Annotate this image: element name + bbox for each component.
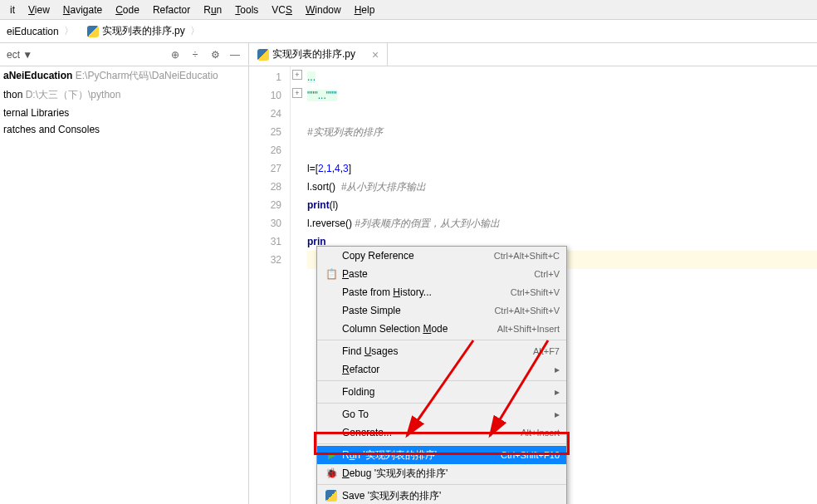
menu-separator — [317, 340, 566, 340]
submenu-arrow-icon: ▸ — [555, 364, 560, 375]
fold-gutter: + + — [291, 66, 307, 504]
menu-item-run[interactable]: ▶Run '实现列表的排序'Ctrl+Shift+F10 — [317, 446, 566, 464]
line-number: 32 — [249, 251, 281, 269]
menu-item-icon — [324, 490, 339, 502]
menu-item-debug[interactable]: 🐞Debug '实现列表的排序' — [317, 464, 566, 482]
menu-item-copy-reference[interactable]: Copy ReferenceCtrl+Alt+Shift+C — [317, 247, 566, 265]
menu-item-go-to[interactable]: Go To▸ — [317, 405, 566, 423]
menu-item-label: Paste Simple — [342, 305, 494, 316]
line-number: 26 — [249, 141, 281, 159]
line-number: 27 — [249, 159, 281, 178]
menu-item-icon: ▶ — [324, 449, 339, 461]
menu-item-label: Refactor — [342, 364, 551, 375]
menu-item-label: Column Selection Mode — [342, 323, 497, 335]
project-tool-label: ect ▼ — [7, 49, 32, 61]
tree-item[interactable]: ternal Libraries — [0, 105, 248, 121]
line-number: 31 — [249, 232, 281, 251]
menu-separator — [317, 484, 566, 485]
gear-icon[interactable]: ⚙ — [208, 48, 222, 61]
line-number: 1 — [249, 68, 281, 86]
breadcrumb: eiEducation 实现列表的排序.py — [0, 20, 817, 43]
menu-it[interactable]: it — [3, 2, 22, 17]
menu-separator — [317, 380, 566, 381]
menu-item-label: Find Usages — [342, 345, 533, 357]
menu-item-shortcut: Ctrl+Alt+Shift+C — [494, 251, 560, 261]
menu-item-paste-from-history[interactable]: Paste from History...Ctrl+Shift+V — [317, 283, 566, 301]
code-line: #实现列表的排序 — [307, 123, 817, 141]
code-line: print(l) — [307, 196, 817, 214]
line-number: 10 — [249, 86, 281, 105]
menubar: itViewNavigateCodeRefactorRunToolsVCSWin… — [0, 0, 817, 20]
menu-item-paste[interactable]: 📋PasteCtrl+V — [317, 265, 566, 283]
menu-item-find-usages[interactable]: Find UsagesAlt+F7 — [317, 342, 566, 360]
tree-item[interactable]: ratches and Consoles — [0, 121, 248, 138]
submenu-arrow-icon: ▸ — [555, 409, 560, 420]
menu-item-shortcut: Alt+Insert — [521, 428, 560, 438]
fold-marker[interactable]: + — [292, 70, 302, 80]
project-tool-icons: ⊕ ÷ ⚙ — — [169, 48, 242, 61]
menu-item-paste-simple[interactable]: Paste SimpleCtrl+Alt+Shift+V — [317, 301, 566, 320]
menu-item-label: Go To — [342, 409, 551, 420]
context-menu: Copy ReferenceCtrl+Alt+Shift+C📋PasteCtrl… — [316, 246, 567, 504]
menu-window[interactable]: Window — [299, 2, 348, 17]
line-number: 28 — [249, 178, 281, 196]
code-line: l=[2,1,4,3] — [307, 159, 817, 178]
menu-separator — [317, 403, 566, 404]
code-line: l.sort() #从小到大排序输出 — [307, 178, 817, 196]
tree-root[interactable]: aNeiEducation E:\PyCharm代码\DaNeiEducatio — [0, 66, 248, 86]
split-icon[interactable]: ÷ — [188, 48, 202, 61]
menu-item-refactor[interactable]: Refactor▸ — [317, 360, 566, 379]
menu-item-column-selection-mode[interactable]: Column Selection ModeAlt+Shift+Insert — [317, 320, 566, 338]
breadcrumb-project[interactable]: eiEducation — [0, 20, 81, 42]
menu-item-shortcut: Alt+F7 — [533, 346, 560, 356]
python-icon — [257, 49, 269, 61]
code-line: l.reverse() #列表顺序的倒置，从大到小输出 — [307, 214, 817, 232]
menu-separator — [317, 443, 566, 444]
menu-run[interactable]: Run — [197, 2, 228, 17]
breadcrumb-file[interactable]: 实现列表的排序.py — [81, 20, 207, 42]
menu-navigate[interactable]: Navigate — [56, 2, 109, 17]
tree-root-path: E:\PyCharm代码\DaNeiEducatio — [76, 70, 218, 81]
menu-item-save[interactable]: Save '实现列表的排序' — [317, 487, 566, 504]
menu-item-label: Folding — [342, 386, 551, 398]
project-tool-header: ect ▼ ⊕ ÷ ⚙ — — [0, 43, 249, 66]
python-icon — [87, 26, 99, 37]
menu-view[interactable]: View — [22, 2, 56, 17]
menu-item-shortcut: Alt+Shift+Insert — [497, 324, 560, 334]
collapse-icon[interactable]: ⊕ — [169, 48, 182, 61]
breadcrumb-project-label: eiEducation — [7, 26, 59, 37]
menu-item-shortcut: Ctrl+Alt+Shift+V — [494, 306, 560, 316]
tree-root-name: aNeiEducation — [3, 70, 72, 81]
menu-tools[interactable]: Tools — [228, 2, 265, 17]
breadcrumb-file-label: 实现列表的排序.py — [102, 24, 185, 38]
menu-item-shortcut: Ctrl+Shift+V — [511, 287, 560, 297]
menu-item-shortcut: Ctrl+Shift+F10 — [501, 450, 560, 460]
menu-item-label: Debug '实现列表的排序' — [342, 467, 560, 481]
menu-item-folding[interactable]: Folding▸ — [317, 383, 566, 401]
line-gutter: 110242526272829303132 — [249, 66, 291, 504]
menu-item-label: Save '实现列表的排序' — [342, 489, 560, 503]
menu-code[interactable]: Code — [109, 2, 146, 17]
menu-help[interactable]: Help — [348, 2, 382, 17]
code-line — [307, 105, 817, 123]
menu-item-icon: 🐞 — [324, 467, 339, 479]
menu-item-icon: 📋 — [324, 268, 339, 280]
hide-icon[interactable]: — — [228, 48, 242, 61]
menu-item-label: Run '实现列表的排序' — [342, 448, 501, 462]
menu-item-label: Paste from History... — [342, 286, 511, 298]
menu-item-generate[interactable]: Generate...Alt+Insert — [317, 423, 566, 442]
menu-refactor[interactable]: Refactor — [146, 2, 197, 17]
menu-vcs[interactable]: VCS — [265, 2, 299, 17]
tree-item[interactable]: thon D:\大三（下）\python — [0, 86, 248, 105]
menu-item-label: Generate... — [342, 427, 521, 438]
line-number: 24 — [249, 105, 281, 123]
line-number: 30 — [249, 214, 281, 232]
submenu-arrow-icon: ▸ — [555, 386, 560, 398]
toolbar: ect ▼ ⊕ ÷ ⚙ — 实现列表的排序.py × — [0, 43, 817, 66]
line-number: 25 — [249, 123, 281, 141]
fold-marker[interactable]: + — [292, 88, 302, 98]
close-icon[interactable]: × — [372, 48, 379, 61]
menu-item-label: Paste — [342, 268, 534, 280]
editor-tab[interactable]: 实现列表的排序.py × — [249, 43, 388, 66]
line-number: 29 — [249, 196, 281, 214]
